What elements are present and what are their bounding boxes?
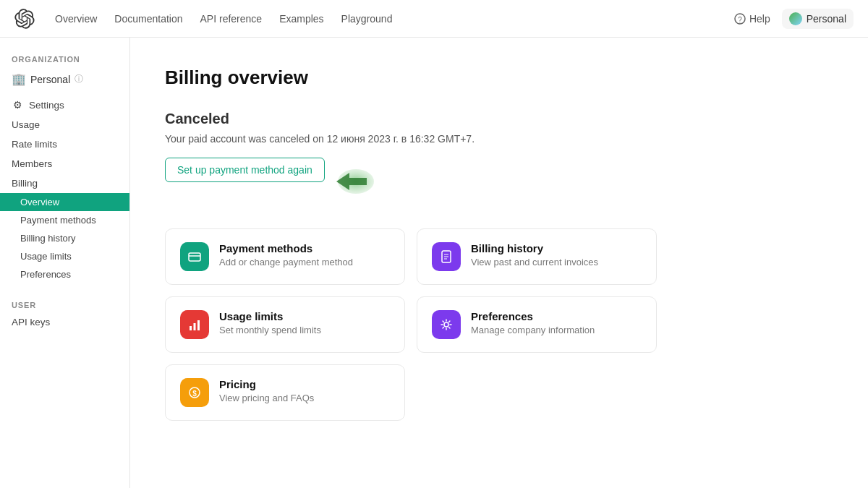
org-icon: 🏢 xyxy=(12,72,26,86)
billing-history-text: Billing history View past and current in… xyxy=(471,242,598,267)
help-icon: ? xyxy=(734,13,746,25)
payment-methods-desc: Add or change payment method xyxy=(219,257,353,267)
billing-history-title: Billing history xyxy=(471,242,598,254)
payment-methods-title: Payment methods xyxy=(219,242,353,254)
settings-icon: ⚙ xyxy=(12,99,23,111)
pricing-desc: View pricing and FAQs xyxy=(219,393,314,403)
setup-payment-button[interactable]: Set up payment method again xyxy=(165,158,325,182)
card-pricing[interactable]: $ Pricing View pricing and FAQs xyxy=(165,364,405,421)
sidebar-sub-preferences-label: Preferences xyxy=(20,269,71,280)
sidebar-members-label: Members xyxy=(12,158,52,169)
page-title: Billing overview xyxy=(165,67,833,89)
sidebar-item-rate-limits[interactable]: Rate limits xyxy=(0,134,129,154)
sidebar-item-api-keys[interactable]: API keys xyxy=(0,312,129,332)
sidebar-sub-payment-label: Payment methods xyxy=(20,215,96,226)
sidebar-settings-label: Settings xyxy=(29,100,64,111)
svg-rect-8 xyxy=(197,320,200,330)
svg-rect-6 xyxy=(190,326,192,330)
card-usage-limits[interactable]: Usage limits Set monthly spend limits xyxy=(165,296,405,353)
sidebar-item-usage[interactable]: Usage xyxy=(0,115,129,134)
pricing-icon: $ xyxy=(180,378,209,407)
top-nav: Overview Documentation API reference Exa… xyxy=(0,0,868,38)
svg-text:$: $ xyxy=(192,390,197,398)
nav-overview[interactable]: Overview xyxy=(48,9,104,29)
nav-playground[interactable]: Playground xyxy=(334,9,400,29)
main-content: Billing overview Canceled Your paid acco… xyxy=(130,38,868,488)
card-payment-methods[interactable]: Payment methods Add or change payment me… xyxy=(165,228,405,285)
nav-examples[interactable]: Examples xyxy=(272,9,331,29)
user-section-label: USER xyxy=(0,295,129,312)
nav-right: ? Help Personal xyxy=(734,9,854,29)
sidebar-item-members[interactable]: Members xyxy=(0,154,129,174)
svg-point-9 xyxy=(444,322,448,327)
app-body: ORGANIZATION 🏢 Personal ⓘ ⚙ Settings Usa… xyxy=(0,38,868,488)
org-info-icon[interactable]: ⓘ xyxy=(75,73,83,85)
sidebar-item-settings[interactable]: ⚙ Settings xyxy=(0,95,129,115)
sidebar-api-keys-label: API keys xyxy=(12,317,50,328)
canceled-desc: Your paid account was canceled on 12 июн… xyxy=(165,133,833,145)
sidebar-sub-usage-limits[interactable]: Usage limits xyxy=(0,247,129,265)
sidebar-sub-payment-methods[interactable]: Payment methods xyxy=(0,211,129,229)
nav-api-reference[interactable]: API reference xyxy=(193,9,270,29)
svg-text:?: ? xyxy=(738,15,742,23)
org-header: 🏢 Personal ⓘ xyxy=(0,67,129,95)
sidebar-billing-label: Billing xyxy=(12,178,38,189)
arrow-decoration xyxy=(331,168,374,194)
sidebar-sub-history-label: Billing history xyxy=(20,233,76,244)
svg-rect-4 xyxy=(189,253,200,261)
billing-history-icon xyxy=(432,242,461,271)
openai-logo xyxy=(14,9,35,29)
preferences-text: Preferences Manage company information xyxy=(471,310,595,335)
cards-grid: Payment methods Add or change payment me… xyxy=(165,228,657,421)
org-section-label: ORGANIZATION xyxy=(0,49,129,67)
personal-button[interactable]: Personal xyxy=(782,9,854,29)
sidebar-sub-billing-history[interactable]: Billing history xyxy=(0,229,129,247)
nav-documentation[interactable]: Documentation xyxy=(107,9,190,29)
sidebar-item-billing[interactable]: Billing xyxy=(0,174,129,193)
sidebar-sub-overview-label: Overview xyxy=(20,197,59,207)
card-preferences[interactable]: Preferences Manage company information xyxy=(417,296,657,353)
personal-avatar-icon xyxy=(789,12,802,25)
usage-limits-desc: Set monthly spend limits xyxy=(219,325,321,335)
personal-label: Personal xyxy=(807,13,846,25)
help-label: Help xyxy=(749,13,770,25)
canceled-heading: Canceled xyxy=(165,111,833,127)
preferences-icon xyxy=(432,310,461,339)
preferences-desc: Manage company information xyxy=(471,325,595,335)
sidebar-sub-overview[interactable]: Overview xyxy=(0,193,129,211)
sidebar: ORGANIZATION 🏢 Personal ⓘ ⚙ Settings Usa… xyxy=(0,38,130,488)
svg-rect-7 xyxy=(194,323,196,330)
nav-links: Overview Documentation API reference Exa… xyxy=(48,9,399,29)
card-billing-history[interactable]: Billing history View past and current in… xyxy=(417,228,657,285)
payment-methods-icon xyxy=(180,242,209,271)
payment-methods-text: Payment methods Add or change payment me… xyxy=(219,242,353,267)
billing-history-desc: View past and current invoices xyxy=(471,257,598,267)
usage-limits-title: Usage limits xyxy=(219,310,321,322)
sidebar-usage-label: Usage xyxy=(12,119,40,130)
org-name: Personal xyxy=(30,74,70,85)
sidebar-sub-preferences[interactable]: Preferences xyxy=(0,265,129,283)
preferences-title: Preferences xyxy=(471,310,595,322)
usage-limits-icon xyxy=(180,310,209,339)
sidebar-rate-limits-label: Rate limits xyxy=(12,139,57,150)
help-button[interactable]: ? Help xyxy=(734,13,770,25)
sidebar-sub-usage-limits-label: Usage limits xyxy=(20,251,72,262)
usage-limits-text: Usage limits Set monthly spend limits xyxy=(219,310,321,335)
pricing-text: Pricing View pricing and FAQs xyxy=(219,378,314,403)
pricing-title: Pricing xyxy=(219,378,314,390)
